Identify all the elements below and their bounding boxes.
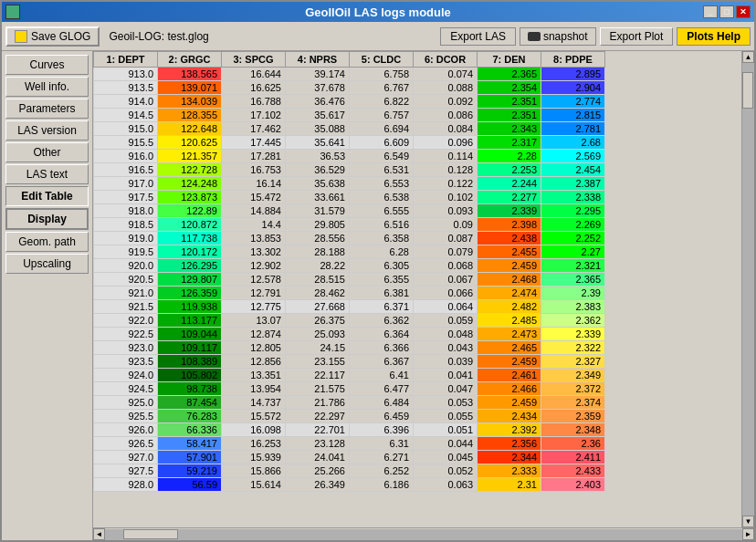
table-row: 919.5120.17213.30228.1886.280.0792.4552.…: [94, 245, 605, 259]
cell-dcor: 0.093: [414, 204, 478, 218]
cell-spcg: 16.788: [222, 95, 286, 109]
cell-cldc: 6.355: [350, 273, 414, 287]
cell-dept: 913.0: [94, 68, 158, 81]
cell-pdpe: 2.904: [541, 81, 605, 95]
scroll-left-button[interactable]: ◄: [93, 528, 105, 540]
horizontal-scrollbar[interactable]: ◄ ►: [93, 527, 754, 540]
sidebar-item-curves[interactable]: Curves: [5, 55, 89, 75]
cell-pdpe: 2.815: [541, 109, 605, 122]
cell-cldc: 6.484: [350, 396, 414, 410]
sidebar-item-well-info[interactable]: Well info.: [5, 77, 89, 97]
scroll-down-button[interactable]: ▼: [742, 516, 754, 527]
table-row: 921.0126.35912.79128.4626.3810.0662.4742…: [94, 287, 605, 300]
col-header-dept: 1: DEPT: [94, 52, 158, 68]
cell-pdpe: 2.322: [541, 341, 605, 355]
cell-pdpe: 2.383: [541, 300, 605, 314]
cell-grgc: 122.648: [158, 122, 222, 136]
maximize-button[interactable]: □: [719, 5, 734, 18]
table-row: 925.576.28315.57222.2976.4590.0552.4342.…: [94, 410, 605, 423]
cell-spcg: 15.572: [222, 410, 286, 423]
sidebar-item-display[interactable]: Display: [5, 208, 89, 230]
table-row: 922.5109.04412.87425.0936.3640.0482.4732…: [94, 328, 605, 341]
cell-cldc: 6.549: [350, 150, 414, 163]
cell-pdpe: 2.359: [541, 410, 605, 423]
cell-nprs: 35.641: [286, 136, 350, 150]
cell-spcg: 12.902: [222, 259, 286, 273]
cell-grgc: 121.357: [158, 150, 222, 163]
cell-nprs: 37.678: [286, 81, 350, 95]
cell-cldc: 6.367: [350, 355, 414, 369]
cell-nprs: 39.174: [286, 68, 350, 81]
cell-den: 2.468: [478, 273, 541, 287]
close-button[interactable]: ✕: [736, 5, 751, 18]
cell-den: 2.28: [478, 150, 541, 163]
main-window: GeoIlOil LAS logs module _ □ ✕ Save GLOG…: [0, 0, 756, 542]
table-row: 918.0122.8914.88431.5796.5550.0932.3392.…: [94, 204, 605, 218]
cell-cldc: 6.364: [350, 328, 414, 341]
cell-spcg: 16.253: [222, 437, 286, 451]
cell-nprs: 35.638: [286, 177, 350, 191]
cell-dcor: 0.087: [414, 232, 478, 245]
cell-nprs: 36.53: [286, 150, 350, 163]
sidebar-item-upscaling[interactable]: Upscaling: [5, 254, 89, 274]
cell-grgc: 113.177: [158, 314, 222, 328]
vertical-scrollbar[interactable]: ▲ ▼: [741, 51, 754, 527]
cell-dcor: 0.096: [414, 136, 478, 150]
cell-dept: 918.5: [94, 218, 158, 232]
cell-pdpe: 2.403: [541, 478, 605, 492]
plots-help-button[interactable]: Plots Help: [677, 27, 751, 46]
file-label: Geoil-LOG: test.glog: [103, 30, 214, 43]
cell-grgc: 56.59: [158, 478, 222, 492]
cell-spcg: 12.805: [222, 341, 286, 355]
cell-cldc: 6.553: [350, 177, 414, 191]
window-title: GeoIlOil LAS logs module: [305, 5, 451, 19]
cell-dcor: 0.059: [414, 314, 478, 328]
sidebar-item-parameters[interactable]: Parameters: [5, 99, 89, 119]
table-row: 913.0138.56516.64439.1746.7580.0742.3652…: [94, 68, 605, 81]
sidebar-item-edit-table[interactable]: Edit Table: [5, 186, 89, 206]
cell-den: 2.438: [478, 232, 541, 245]
cell-dcor: 0.088: [414, 81, 478, 95]
cell-grgc: 108.389: [158, 355, 222, 369]
cell-cldc: 6.459: [350, 410, 414, 423]
cell-nprs: 33.661: [286, 191, 350, 204]
save-glog-button[interactable]: Save GLOG: [5, 26, 100, 47]
export-las-button[interactable]: Export LAS: [440, 27, 516, 46]
cell-nprs: 28.556: [286, 232, 350, 245]
cell-spcg: 12.775: [222, 300, 286, 314]
cell-pdpe: 2.411: [541, 451, 605, 464]
cell-spcg: 13.351: [222, 369, 286, 382]
scroll-right-button[interactable]: ►: [742, 528, 754, 540]
data-table-scroll[interactable]: 1: DEPT 2: GRGC 3: SPCG 4: NPRS 5: CLDC …: [93, 51, 741, 527]
cell-pdpe: 2.781: [541, 122, 605, 136]
cell-den: 2.356: [478, 437, 541, 451]
table-row: 917.0124.24816.1435.6386.5530.1222.2442.…: [94, 177, 605, 191]
cell-dept: 927.0: [94, 451, 158, 464]
cell-dcor: 0.039: [414, 355, 478, 369]
cell-grgc: 138.565: [158, 68, 222, 81]
cell-spcg: 12.578: [222, 273, 286, 287]
cell-pdpe: 2.387: [541, 177, 605, 191]
cell-pdpe: 2.362: [541, 314, 605, 328]
sidebar-item-other[interactable]: Other: [5, 142, 89, 162]
cell-cldc: 6.822: [350, 95, 414, 109]
cell-nprs: 23.128: [286, 437, 350, 451]
cell-pdpe: 2.295: [541, 204, 605, 218]
cell-grgc: 98.738: [158, 382, 222, 396]
cell-nprs: 36.529: [286, 163, 350, 177]
snapshot-button[interactable]: snapshot: [520, 27, 596, 46]
export-plot-button[interactable]: Export Plot: [600, 27, 674, 46]
scroll-thumb-v[interactable]: [742, 72, 753, 109]
minimize-button[interactable]: _: [703, 5, 718, 18]
scroll-up-button[interactable]: ▲: [742, 51, 754, 63]
sidebar-item-las-text[interactable]: LAS text: [5, 164, 89, 184]
sidebar-item-las-version[interactable]: LAS version: [5, 120, 89, 141]
sidebar-item-geom-path[interactable]: Geom. path: [5, 232, 89, 252]
cell-dcor: 0.048: [414, 328, 478, 341]
cell-dept: 919.5: [94, 245, 158, 259]
cell-cldc: 6.31: [350, 437, 414, 451]
table-row: 915.0122.64817.46235.0886.6940.0842.3432…: [94, 122, 605, 136]
cell-den: 2.31: [478, 478, 541, 492]
scroll-thumb-h[interactable]: [123, 529, 178, 539]
cell-pdpe: 2.433: [541, 464, 605, 478]
